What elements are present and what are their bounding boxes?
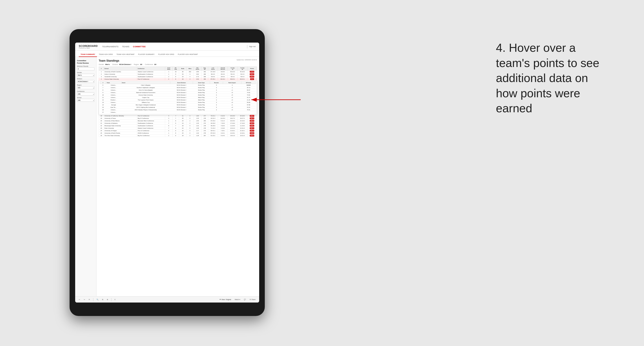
- table-row[interactable]: 3 Vanderbilt University Southeastern Con…: [99, 76, 257, 78]
- region-select[interactable]: N/A: [77, 86, 94, 89]
- panel: Team Standings Update time: 13/03/2024 1…: [96, 57, 259, 296]
- table-row[interactable]: 21 University of Alabama Southeastern Co…: [99, 122, 257, 125]
- tab-player-h2h-heatmap[interactable]: PLAYER H2H HEATMAP: [176, 53, 200, 56]
- col-overall: OverallRecord: [218, 67, 228, 71]
- copy-button[interactable]: ⧉: [101, 298, 104, 301]
- redo-button[interactable]: ↪: [83, 298, 86, 301]
- info-button[interactable]: ℹ: [114, 298, 116, 301]
- tooltip-col-rank: #: [100, 82, 106, 84]
- col-wins: Wins: [186, 67, 194, 71]
- col-vs-top25: Vs Top25: [228, 67, 238, 71]
- tooltip-row: 7Univers...Southern Highlands Collegiate…: [100, 86, 256, 89]
- conference-label: Conference: [77, 91, 94, 92]
- separator-1: [93, 298, 93, 301]
- portal-subtitle: Portal Review: [77, 62, 94, 64]
- nav-committee[interactable]: COMMITTEE: [133, 45, 146, 49]
- table-row[interactable]: 23 Duke University Atlantic Coast Confer…: [99, 127, 257, 130]
- tooltip-row: 11Univers...Copper CupNCAA Division IMat…: [100, 96, 256, 99]
- tooltip-col-event: Event: [121, 82, 170, 84]
- col-rnds: Rnds: [179, 67, 186, 71]
- tab-team-h2h-heatmap[interactable]: TEAM H2H HEATMAP: [115, 53, 136, 56]
- table-header-row: # School Conference ConfRank NoTour Rnds…: [99, 67, 257, 71]
- gender-label: Gender: [77, 72, 94, 73]
- tooltip-col-rounds: Rounds: [210, 82, 223, 84]
- filters-row: Gender: Men's Division: NCAA Division I …: [99, 64, 257, 65]
- table-row[interactable]: 2 Auburn University Southeastern Confere…: [99, 73, 257, 76]
- tooltip-row: 13Univers...Williams CupNCAA Division IS…: [100, 101, 256, 104]
- tooltip-row: 17Univers...: [100, 111, 256, 114]
- school-select[interactable]: (All): [77, 99, 94, 102]
- table-row[interactable]: 20 University of New Mexico Mountain Wes…: [99, 120, 257, 122]
- comment-button[interactable]: 💬: [243, 298, 247, 301]
- col-vs-top50: Vs Top50: [238, 67, 247, 71]
- tab-player-h2h-grid[interactable]: PLAYER H2H GRID: [156, 53, 176, 56]
- min-rounds-input[interactable]: [77, 67, 94, 70]
- share-button[interactable]: ⬆ Share: [248, 298, 256, 301]
- tab-team-h2h-grid[interactable]: TEAM H2H GRID: [97, 53, 115, 56]
- annotation-text: 4. Hover over a team's points to see add…: [496, 40, 612, 116]
- standings-table: # School Conference ConfRank NoTour Rnds…: [99, 67, 257, 137]
- logo-text: SCOREBOARD: [79, 45, 98, 47]
- col-conference: Conference: [137, 67, 165, 71]
- sidebar: Committee Portal Review Minimum Rounds G…: [75, 57, 96, 296]
- region-filter: Region: All: [134, 64, 142, 65]
- zoom-out-button[interactable]: 🔍: [96, 298, 100, 301]
- division-label: Division: [77, 78, 94, 80]
- min-rounds-label: Minimum Rounds: [77, 65, 94, 67]
- tooltip-col-event-div: Event Division: [170, 82, 193, 84]
- nav-tournaments[interactable]: TOURNAMENTS: [102, 45, 118, 49]
- table-row-highlighted[interactable]: 4 Arizona State University Pac-12 Confer…: [99, 78, 257, 80]
- table-row[interactable]: 19 University of Texas Big 12 Conference…: [99, 117, 257, 120]
- division-select-wrap: NCAA Division I: [77, 80, 94, 83]
- table-row[interactable]: 22 Mississippi State University Southeas…: [99, 125, 257, 127]
- tooltip-col-w-points: W Points: [242, 82, 256, 84]
- table-row[interactable]: 24 University of Oregon Pac-12 Conferenc…: [99, 130, 257, 132]
- update-time-label: Update time: 13/03/2024 10:03:42: [236, 59, 257, 60]
- col-rank: #: [99, 67, 104, 71]
- col-no-tour: NoTour: [172, 67, 179, 71]
- tooltip-col-event-type: Event Type: [193, 82, 210, 84]
- share-icon: ⬆: [250, 299, 251, 301]
- sign-out-area: | Sign out: [246, 45, 256, 49]
- view-original-button[interactable]: 👁 View: Original: [218, 298, 232, 301]
- region-label: Region: [77, 84, 94, 86]
- tooltip-row: 15East Ter...OFCC Fighting Illini Invita…: [100, 106, 256, 109]
- panel-header: Team Standings Update time: 13/03/2024 1…: [99, 59, 257, 62]
- tooltip-row: 9Univers...National Invitational Tournam…: [100, 91, 256, 94]
- sub-nav: TEAM SUMMARY TEAM H2H GRID TEAM H2H HEAT…: [75, 51, 259, 57]
- separator-2: [111, 298, 112, 301]
- nav-teams[interactable]: TEAMS: [122, 45, 130, 49]
- tooltip-row: 16Univers...2023 Sahalee Players Champio…: [100, 109, 256, 111]
- tab-player-summary[interactable]: PLAYER SUMMARY: [136, 53, 156, 56]
- tooltip-row: 14GeorgiaBen Hogan Collegiate Invitation…: [100, 104, 256, 106]
- tooltip-row: 12Florida I...The Cypress Point ClassicN…: [100, 99, 256, 101]
- school-select-wrap: (All): [77, 99, 94, 102]
- nav-links: TOURNAMENTS TEAMS COMMITTEE: [102, 45, 246, 49]
- undo-button[interactable]: ↩: [78, 298, 81, 301]
- download-button[interactable]: ⊕: [106, 298, 109, 301]
- tooltip-row: 6Univers...Cabo CollegiateNCAA Division …: [100, 84, 256, 86]
- reset-button[interactable]: ⟳: [88, 298, 91, 301]
- school-label: School: [77, 97, 94, 98]
- table-row[interactable]: 18 University of California, Berkeley Pa…: [99, 115, 257, 117]
- tooltip-row: 8Univers...Amer An IntercollegiateNCAA D…: [100, 89, 256, 91]
- annotation-area: 4. Hover over a team's points to see add…: [496, 40, 612, 116]
- division-select[interactable]: NCAA Division I: [77, 80, 94, 83]
- region-select-wrap: N/A: [77, 86, 94, 89]
- conference-select[interactable]: (All): [77, 93, 94, 95]
- update-time-area: Update time: 13/03/2024 10:03:42: [236, 59, 257, 60]
- main-content: Committee Portal Review Minimum Rounds G…: [75, 57, 259, 296]
- tab-team-summary[interactable]: TEAM SUMMARY: [79, 53, 97, 57]
- col-school: School: [104, 67, 137, 71]
- table-row[interactable]: 25 University of North Florida ASUN Conf…: [99, 132, 257, 135]
- conference-select-wrap: (All): [77, 93, 94, 95]
- col-conf-rank: ConfRank: [165, 67, 172, 71]
- sign-out-link[interactable]: Sign out: [249, 45, 256, 47]
- watch-button[interactable]: Watch ▾: [234, 298, 242, 301]
- table-row[interactable]: 26 The Ohio State University Big Ten Con…: [99, 135, 257, 137]
- gender-select[interactable]: Men's: [77, 74, 94, 77]
- eye-icon: 👁: [220, 299, 221, 300]
- table-row[interactable]: 1 University of North Carolina Atlantic …: [99, 71, 257, 73]
- tablet-frame: SCOREBOARD Powered by clippd TOURNAMENTS…: [70, 29, 265, 316]
- tablet-screen: SCOREBOARD Powered by clippd TOURNAMENTS…: [75, 43, 259, 303]
